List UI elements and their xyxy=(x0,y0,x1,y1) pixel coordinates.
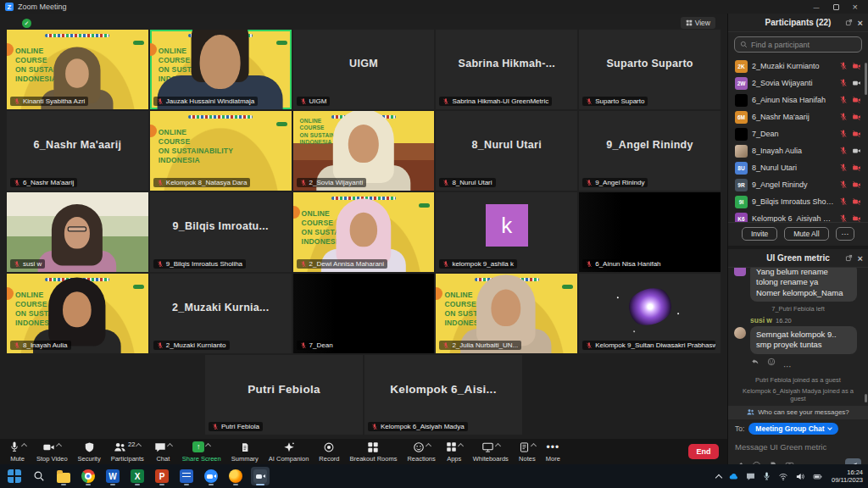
video-tile[interactable]: ONLINE COURSE ON SUSTAINABILITY INDONESI… xyxy=(150,111,292,191)
minimize-icon[interactable] xyxy=(814,3,820,11)
whiteboards-button[interactable]: Whiteboards xyxy=(473,441,509,463)
participant-row[interactable]: 6_Ainun Nisa Hanifah xyxy=(728,92,868,108)
tray-mic-icon[interactable] xyxy=(762,472,771,481)
chrome-button[interactable] xyxy=(79,467,97,485)
hidden-icons-chevron[interactable] xyxy=(715,474,722,480)
reply-icon[interactable] xyxy=(751,358,760,366)
powerpoint-button[interactable] xyxy=(153,467,171,485)
more-button[interactable]: ••• More xyxy=(546,441,560,463)
participant-search-box[interactable] xyxy=(734,36,862,53)
participants-more-button[interactable] xyxy=(836,227,855,241)
video-tile[interactable]: 6_Nashr Ma'aarij 6_Nashr Ma'aarij xyxy=(7,111,148,191)
muted-mic-icon[interactable] xyxy=(839,180,848,189)
video-tile[interactable]: Kelompok 9_Sultan Diwasakri Prabhaswara … xyxy=(579,274,721,353)
video-tile[interactable]: 6_Ainun Nisa Hanifah xyxy=(579,192,721,272)
apps-button[interactable]: Apps xyxy=(446,441,463,463)
video-off-icon[interactable] xyxy=(852,180,861,189)
mute-button[interactable]: Mute xyxy=(8,441,26,463)
video-on-icon[interactable] xyxy=(852,79,861,87)
close-icon[interactable] xyxy=(853,2,858,12)
muted-mic-icon[interactable] xyxy=(839,62,848,70)
muted-mic-icon[interactable] xyxy=(839,147,848,155)
end-meeting-button[interactable]: End xyxy=(688,444,719,459)
video-off-icon[interactable] xyxy=(852,214,861,222)
participant-row[interactable]: 2K 2_Muzaki Kurnianto xyxy=(728,58,868,75)
chevron-up-icon[interactable] xyxy=(56,442,62,448)
video-tile[interactable]: 9_Bilqis Imroatu... 9_Bilqis Imroatus Sh… xyxy=(150,192,292,272)
word-button[interactable] xyxy=(103,467,122,485)
video-tile[interactable]: Putri Febiola Putri Febiola xyxy=(205,355,363,435)
chat-messages[interactable]: Yang belum rename tolong rename ya Nomer… xyxy=(728,268,868,406)
notes-button[interactable]: Notes xyxy=(519,441,536,463)
video-tile[interactable]: 7_Dean xyxy=(293,274,435,353)
video-tile[interactable]: Sabrina Hikmah-... Sabrina Hikmah-UI Gre… xyxy=(436,30,577,109)
ai-companion-button[interactable]: AI Companion xyxy=(269,441,309,463)
participants-button[interactable]: 22 Participants xyxy=(111,441,144,463)
participant-row[interactable]: 6M 6_Nashr Ma'aarij xyxy=(728,108,868,125)
video-tile[interactable]: ONLINE COURSE ON SUSTAINABILITY INDONESI… xyxy=(293,192,435,272)
participants-scrollbar[interactable] xyxy=(865,63,867,95)
chevron-up-icon[interactable] xyxy=(458,442,464,448)
firefox-button[interactable] xyxy=(226,467,245,485)
reactions-button[interactable]: Reactions xyxy=(407,441,435,463)
video-off-icon[interactable] xyxy=(852,164,861,172)
video-tile[interactable]: 8_Nurul Utari 8_Nurul Utari xyxy=(436,111,577,191)
recipient-selector[interactable]: Meeting Group Chat xyxy=(748,423,837,435)
meeting-info-shield-icon[interactable] xyxy=(22,19,31,28)
chevron-up-icon[interactable] xyxy=(21,442,27,448)
zoom-app-button[interactable] xyxy=(202,467,220,485)
onedrive-cloud-icon[interactable] xyxy=(728,472,739,481)
muted-mic-icon[interactable] xyxy=(839,130,848,138)
muted-mic-icon[interactable] xyxy=(839,113,848,121)
close-panel-icon[interactable] xyxy=(858,253,863,263)
document-app-button[interactable] xyxy=(177,467,196,485)
chevron-up-icon[interactable] xyxy=(426,442,431,448)
volume-icon[interactable] xyxy=(795,472,805,481)
muted-mic-icon[interactable] xyxy=(839,197,848,206)
chevron-up-icon[interactable] xyxy=(495,442,501,448)
emoji-icon[interactable] xyxy=(767,358,776,366)
summary-button[interactable]: Summary xyxy=(231,441,259,463)
invite-button[interactable]: Invite xyxy=(742,227,777,241)
chat-scrollbar[interactable] xyxy=(865,394,867,402)
search-input[interactable] xyxy=(751,41,856,49)
breakout-rooms-button[interactable]: Breakout Rooms xyxy=(350,441,398,463)
view-button[interactable]: View xyxy=(681,17,715,29)
participant-row[interactable]: 9I 9_Bilqis Imroatus Sholiha xyxy=(728,193,868,210)
participant-row[interactable]: 8U 8_Nurul Utari xyxy=(728,159,868,176)
video-tile-active-speaker[interactable]: ONLINE COURSE ON SUSTAINABILITY INDONESI… xyxy=(150,30,292,109)
start-button[interactable] xyxy=(5,467,24,485)
stop-video-button[interactable]: Stop Video xyxy=(36,441,68,463)
more-actions-icon[interactable] xyxy=(783,358,792,373)
active-meeting-window-button[interactable] xyxy=(251,467,270,485)
video-off-icon[interactable] xyxy=(852,197,861,206)
video-tile[interactable]: Suparto Suparto Suparto Suparto xyxy=(579,30,721,109)
excel-button[interactable] xyxy=(128,467,147,485)
video-off-icon[interactable] xyxy=(852,130,861,138)
video-on-icon[interactable] xyxy=(852,147,861,155)
muted-mic-icon[interactable] xyxy=(839,96,848,104)
taskbar-clock[interactable]: 16:24 09/11/2023 xyxy=(832,469,863,485)
share-screen-button[interactable]: Share Screen xyxy=(182,441,221,463)
file-explorer-button[interactable] xyxy=(54,467,73,485)
popout-icon[interactable] xyxy=(845,254,853,262)
muted-mic-icon[interactable] xyxy=(839,214,848,222)
video-tile[interactable]: 9_Angel Rinindy 9_Angel Rinindy xyxy=(579,111,721,191)
video-off-icon[interactable] xyxy=(852,113,861,121)
participant-row[interactable]: 2W 2_Sovia Wijayanti xyxy=(728,75,868,92)
participant-row[interactable]: 7_Dean xyxy=(728,125,868,142)
wifi-icon[interactable] xyxy=(778,472,788,481)
muted-mic-icon[interactable] xyxy=(839,79,848,87)
chat-message[interactable]: Yang belum rename tolong rename ya Nomer… xyxy=(750,268,857,302)
record-button[interactable]: Record xyxy=(319,441,339,463)
chat-message[interactable]: Semngat kelompok 9.. smp proyek tuntas xyxy=(750,326,857,354)
chevron-up-icon[interactable] xyxy=(205,442,211,448)
video-tile[interactable]: UIGM UIGM xyxy=(293,30,435,109)
video-tile[interactable]: 2_Muzaki Kurnia... 2_Muzaki Kurnianto xyxy=(150,274,292,353)
maximize-icon[interactable] xyxy=(833,4,839,10)
video-tile[interactable]: susi w xyxy=(7,192,148,272)
video-tile[interactable]: ONLINE COURSE ON SUSTAINABILITY INDONESI… xyxy=(293,111,435,191)
chevron-up-icon[interactable] xyxy=(136,442,142,448)
chevron-up-icon[interactable] xyxy=(167,442,173,448)
who-can-see-bar[interactable]: Who can see your messages? xyxy=(728,406,868,419)
